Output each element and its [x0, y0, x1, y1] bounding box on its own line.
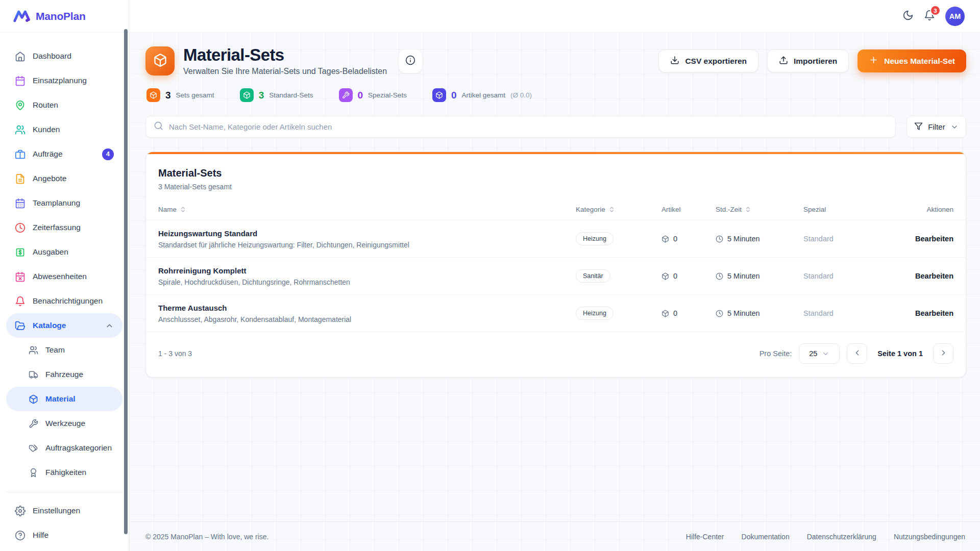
stat-value: 0	[451, 90, 457, 101]
chevron-left-icon	[853, 348, 862, 359]
next-page-button[interactable]	[933, 343, 953, 364]
dark-mode-toggle[interactable]	[902, 10, 914, 22]
search-icon	[154, 121, 163, 133]
sidebar-item-kataloge[interactable]: Kataloge	[6, 313, 122, 338]
package-icon	[29, 394, 38, 404]
column-header-artikel: Artikel	[662, 206, 716, 213]
sidebar-item-dashboard[interactable]: Dashboard	[6, 44, 122, 68]
chevron-down-icon	[950, 123, 959, 131]
footer-link-nutzungsbedingungen[interactable]: Nutzungsbedingungen	[894, 533, 965, 541]
column-header-kategorie[interactable]: Kategorie	[576, 206, 662, 213]
page-indicator: Seite 1 von 1	[877, 349, 923, 358]
special-type: Standard	[803, 272, 894, 280]
chevron-right-icon	[939, 348, 948, 359]
topbar: 3 AM	[129, 0, 980, 33]
footer-links: Hilfe-CenterDokumentationDatenschutzerkl…	[686, 533, 965, 541]
results-range: 1 - 3 von 3	[158, 349, 192, 358]
search-input[interactable]	[169, 122, 888, 131]
pagination: Pro Seite: 25 Seite 1 von 1	[760, 343, 953, 364]
stat-sets-gesamt: 3Sets gesamt	[146, 88, 214, 102]
sidebar-item-auftrage[interactable]: Aufträge4	[6, 142, 122, 166]
article-count: 0	[673, 272, 677, 280]
stat-label: Sets gesamt	[176, 91, 214, 99]
sidebar-nav-bottom: EinstellungenHilfe	[0, 498, 129, 547]
wrench-icon	[29, 419, 38, 429]
sidebar-item-einsatzplanung[interactable]: Einsatzplanung	[6, 68, 122, 93]
column-header-name[interactable]: Name	[158, 206, 576, 213]
stat-label: Standard-Sets	[269, 91, 313, 99]
filter-button[interactable]: Filter	[906, 116, 966, 138]
edit-button[interactable]: Bearbeiten	[915, 235, 953, 243]
sidebar: ManoPlan DashboardEinsatzplanungRoutenKu…	[0, 0, 129, 551]
package-icon	[662, 235, 669, 243]
column-header-aktionen: Aktionen	[894, 206, 953, 213]
sidebar-item-ausgaben[interactable]: Ausgaben	[6, 240, 122, 264]
column-header-std-zeit[interactable]: Std.-Zeit	[716, 206, 803, 213]
table-row-rohrreinigung-komplett[interactable]: Rohrreinigung KomplettSpirale, Hochdruck…	[146, 258, 966, 295]
table-row-heizungswartung-standard[interactable]: Heizungswartung StandardStandardset für …	[146, 220, 966, 258]
clock-icon	[716, 310, 723, 317]
per-page-label: Pro Seite:	[760, 349, 792, 358]
sidebar-item-zeiterfassung[interactable]: Zeiterfassung	[6, 215, 122, 240]
per-page-select[interactable]: 25	[799, 343, 840, 364]
file-text-icon	[15, 173, 26, 184]
import-button[interactable]: Importieren	[767, 49, 849, 72]
export-csv-button[interactable]: CSV exportieren	[658, 49, 758, 72]
user-avatar[interactable]: AM	[945, 7, 965, 26]
page-header: Material-Sets Verwalten Sie Ihre Materia…	[145, 46, 966, 76]
page-title: Material-Sets	[183, 46, 387, 64]
stat-value: 3	[259, 90, 264, 101]
logo[interactable]: ManoPlan	[0, 0, 129, 33]
article-count: 0	[673, 235, 677, 243]
sidebar-item-routen[interactable]: Routen	[6, 93, 122, 117]
sidebar-item-teamplanung[interactable]: Teamplanung	[6, 191, 122, 215]
sidebar-item-fahigkeiten[interactable]: Fähigkeiten	[6, 460, 122, 485]
new-material-set-button[interactable]: Neues Material-Set	[857, 49, 966, 72]
calendar-icon	[15, 76, 26, 86]
sidebar-item-auftragskategorien[interactable]: Auftragskategorien	[6, 436, 122, 460]
standard-time: 5 Minuten	[727, 235, 760, 243]
sidebar-item-hilfe[interactable]: Hilfe	[6, 523, 122, 547]
chevron-up-icon	[105, 321, 114, 330]
table-row-therme-austausch[interactable]: Therme AustauschAnschlussset, Abgasrohr,…	[146, 295, 966, 332]
award-icon	[29, 468, 38, 478]
sidebar-scrollbar[interactable]	[124, 29, 128, 534]
set-name: Therme Austausch	[158, 304, 576, 312]
info-button[interactable]	[398, 49, 423, 73]
sidebar-item-werkzeuge[interactable]: Werkzeuge	[6, 411, 122, 436]
sidebar-item-fahrzeuge[interactable]: Fahrzeuge	[6, 362, 122, 387]
notifications-button[interactable]: 3	[924, 10, 935, 22]
set-name: Rohrreinigung Komplett	[158, 266, 576, 275]
sidebar-item-angebote[interactable]: Angebote	[6, 166, 122, 191]
prev-page-button[interactable]	[847, 343, 867, 364]
edit-button[interactable]: Bearbeiten	[915, 309, 953, 317]
page-footer: © 2025 ManoPlan – With love, we rise. Hi…	[129, 521, 980, 551]
calendar-x-icon	[15, 271, 26, 282]
footer-link-hilfe-center[interactable]: Hilfe-Center	[686, 533, 724, 541]
footer-link-datenschutzerklarung[interactable]: Datenschutzerklärung	[807, 533, 876, 541]
info-icon	[405, 55, 415, 67]
tags-icon	[29, 443, 38, 453]
set-description: Standardset für jährliche Heizungswartun…	[158, 241, 576, 249]
sidebar-item-abwesenheiten[interactable]: Abwesenheiten	[6, 264, 122, 289]
footer-link-dokumentation[interactable]: Dokumentation	[742, 533, 790, 541]
sort-icon	[745, 206, 751, 213]
main-area: 3 AM Material-Sets Verwalten Sie Ihre Ma…	[129, 0, 980, 551]
edit-button[interactable]: Bearbeiten	[915, 272, 953, 280]
sort-icon	[180, 206, 186, 213]
wrench-icon	[339, 88, 353, 102]
app-title: ManoPlan	[36, 10, 86, 22]
sidebar-item-team[interactable]: Team	[6, 338, 122, 362]
set-description: Anschlussset, Abgasrohr, Kondensatablauf…	[158, 315, 576, 323]
copyright: © 2025 ManoPlan – With love, we rise.	[145, 533, 268, 541]
sidebar-item-material[interactable]: Material	[6, 387, 122, 411]
sidebar-item-einstellungen[interactable]: Einstellungen	[6, 498, 122, 523]
sidebar-item-benachrichtigungen[interactable]: Benachrichtigungen	[6, 289, 122, 313]
manoplan-logo-icon	[13, 9, 31, 23]
package-icon	[662, 272, 669, 280]
sidebar-item-kunden[interactable]: Kunden	[6, 117, 122, 142]
notification-badge: 3	[930, 5, 941, 16]
clock-icon	[716, 272, 723, 280]
folder-open-icon	[15, 320, 26, 331]
stats-row: 3Sets gesamt3Standard-Sets0Spezial-Sets0…	[146, 88, 966, 102]
